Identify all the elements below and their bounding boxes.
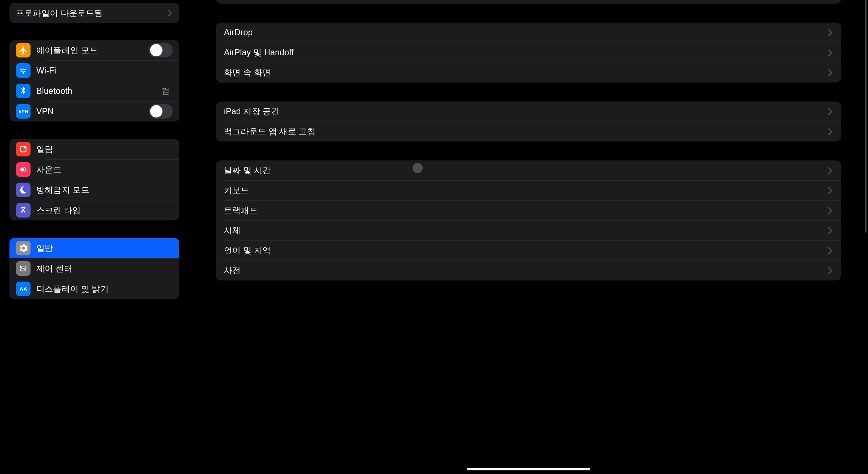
sidebar-item-label: 방해금지 모드 bbox=[36, 184, 173, 196]
main-item-background-app-refresh[interactable]: 백그라운드 앱 새로 고침 bbox=[216, 122, 841, 142]
main-content: AirDrop AirPlay 및 Handoff 화면 속 화면 iPad 저… bbox=[216, 0, 841, 280]
sidebar-item-label: 알림 bbox=[36, 144, 173, 155]
chevron-right-icon bbox=[827, 108, 833, 116]
sidebar-item-notifications[interactable]: 알림 bbox=[9, 139, 179, 159]
chevron-right-icon bbox=[827, 227, 833, 235]
main-item-label: 화면 속 화면 bbox=[224, 67, 827, 78]
main-group-datetime: 날짜 및 시간 키보드 트랙패드 서체 언어 및 지역 bbox=[216, 160, 841, 280]
sidebar-item-vpn[interactable]: VPN VPN bbox=[9, 101, 179, 122]
main-item-label: 키보드 bbox=[224, 185, 827, 196]
settings-app: 프로파일이 다운로드됨 에어플레인 모드 Wi-Fi Bluetooth 켬 bbox=[0, 0, 868, 474]
sidebar-item-airplane-mode[interactable]: 에어플레인 모드 bbox=[9, 40, 179, 60]
main-item-label: 트랙패드 bbox=[224, 205, 827, 216]
main-item-ipad-storage[interactable]: iPad 저장 공간 bbox=[216, 101, 841, 122]
sidebar-group-network: 에어플레인 모드 Wi-Fi Bluetooth 켬 VPN VPN bbox=[9, 40, 179, 122]
sidebar-group-alerts: 알림 사운드 방해금지 모드 스크린 타임 bbox=[9, 139, 179, 220]
main-item-partial[interactable] bbox=[216, 0, 841, 4]
svg-point-1 bbox=[24, 146, 27, 148]
vpn-icon: VPN bbox=[16, 104, 31, 119]
chevron-right-icon bbox=[827, 207, 833, 215]
main-item-label: 서체 bbox=[224, 225, 827, 236]
chevron-right-icon bbox=[827, 128, 833, 136]
wifi-icon bbox=[16, 63, 31, 78]
chevron-right-icon bbox=[827, 167, 833, 175]
sidebar-item-label: 일반 bbox=[36, 243, 173, 254]
sidebar-item-screentime[interactable]: 스크린 타임 bbox=[9, 200, 179, 220]
sidebar-item-label: 디스플레이 및 밝기 bbox=[36, 283, 173, 295]
sidebar-item-label: 사운드 bbox=[36, 164, 173, 175]
sidebar-item-bluetooth[interactable]: Bluetooth 켬 bbox=[9, 81, 179, 101]
airplane-toggle[interactable] bbox=[149, 43, 173, 57]
main-item-label: AirPlay 및 Handoff bbox=[224, 47, 827, 58]
scrollbar-vertical[interactable] bbox=[865, 0, 867, 233]
vpn-toggle[interactable] bbox=[149, 104, 173, 119]
chevron-right-icon bbox=[827, 49, 833, 57]
main-item-language-region[interactable]: 언어 및 지역 bbox=[216, 240, 841, 260]
home-indicator[interactable] bbox=[467, 468, 590, 470]
control-center-icon bbox=[16, 261, 31, 276]
main-item-dictionary[interactable]: 사전 bbox=[216, 260, 841, 280]
main-item-fonts[interactable]: 서체 bbox=[216, 220, 841, 240]
svg-point-3 bbox=[21, 267, 22, 268]
bluetooth-icon bbox=[16, 84, 31, 98]
sidebar-item-control-center[interactable]: 제어 센터 bbox=[9, 258, 179, 279]
main-group-airdrop: AirDrop AirPlay 및 Handoff 화면 속 화면 bbox=[216, 23, 841, 83]
display-icon: AA bbox=[16, 282, 31, 296]
sidebar-group-profile: 프로파일이 다운로드됨 bbox=[9, 3, 179, 23]
sidebar-item-label: 프로파일이 다운로드됨 bbox=[16, 8, 167, 19]
sidebar-item-wifi[interactable]: Wi-Fi bbox=[9, 60, 179, 81]
chevron-right-icon bbox=[827, 187, 833, 195]
toggle-knob bbox=[150, 44, 162, 56]
main-item-label: iPad 저장 공간 bbox=[224, 106, 827, 117]
chevron-right-icon bbox=[827, 247, 833, 255]
main-item-label: AirDrop bbox=[224, 28, 827, 37]
sidebar-item-label: 에어플레인 모드 bbox=[36, 45, 149, 56]
sidebar-item-profile-downloaded[interactable]: 프로파일이 다운로드됨 bbox=[9, 3, 179, 23]
chevron-right-icon bbox=[167, 9, 173, 17]
main-item-keyboard[interactable]: 키보드 bbox=[216, 180, 841, 200]
sidebar-item-general[interactable]: 일반 bbox=[9, 238, 179, 258]
main-item-airdrop[interactable]: AirDrop bbox=[216, 23, 841, 43]
main-item-label: 언어 및 지역 bbox=[224, 245, 827, 256]
chevron-right-icon bbox=[827, 267, 833, 275]
hourglass-icon bbox=[16, 203, 31, 218]
gear-icon bbox=[16, 241, 31, 255]
main-item-picture-in-picture[interactable]: 화면 속 화면 bbox=[216, 63, 841, 83]
main-group-storage: iPad 저장 공간 백그라운드 앱 새로 고침 bbox=[216, 101, 841, 142]
main-item-date-time[interactable]: 날짜 및 시간 bbox=[216, 160, 841, 180]
sidebar-item-dnd[interactable]: 방해금지 모드 bbox=[9, 180, 179, 200]
main-item-label: 백그라운드 앱 새로 고침 bbox=[224, 126, 827, 137]
airplane-icon bbox=[16, 43, 31, 57]
sidebar: 프로파일이 다운로드됨 에어플레인 모드 Wi-Fi Bluetooth 켬 bbox=[0, 0, 189, 474]
main-group-top-partial bbox=[216, 0, 841, 4]
sidebar-item-label: Bluetooth bbox=[36, 86, 161, 96]
sidebar-item-label: 스크린 타임 bbox=[36, 205, 173, 216]
toggle-knob bbox=[150, 105, 162, 117]
bluetooth-value: 켬 bbox=[161, 85, 170, 97]
moon-icon bbox=[16, 183, 31, 197]
sidebar-item-label: Wi-Fi bbox=[36, 66, 170, 76]
sounds-icon bbox=[16, 162, 31, 177]
sidebar-group-system: 일반 제어 센터 AA 디스플레이 및 밝기 bbox=[9, 238, 179, 299]
main-item-airplay-handoff[interactable]: AirPlay 및 Handoff bbox=[216, 43, 841, 63]
notifications-icon bbox=[16, 142, 31, 156]
svg-point-5 bbox=[24, 269, 25, 270]
sidebar-item-label: VPN bbox=[36, 107, 149, 116]
main-item-label: 날짜 및 시간 bbox=[224, 165, 827, 176]
chevron-right-icon bbox=[827, 69, 833, 77]
sidebar-item-label: 제어 센터 bbox=[36, 263, 173, 274]
main-item-trackpad[interactable]: 트랙패드 bbox=[216, 200, 841, 220]
pointer-cursor bbox=[413, 163, 423, 173]
main-item-label: 사전 bbox=[224, 265, 827, 276]
sidebar-item-display[interactable]: AA 디스플레이 및 밝기 bbox=[9, 279, 179, 299]
main-panel: AirDrop AirPlay 및 Handoff 화면 속 화면 iPad 저… bbox=[189, 0, 868, 474]
chevron-right-icon bbox=[827, 29, 833, 37]
sidebar-item-sounds[interactable]: 사운드 bbox=[9, 159, 179, 180]
